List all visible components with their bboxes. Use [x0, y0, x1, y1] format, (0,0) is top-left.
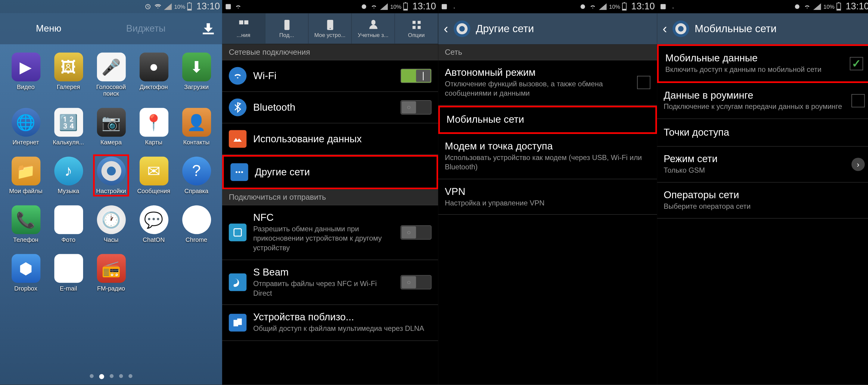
app-icon: 🔢	[54, 108, 83, 137]
app-icon: 🖼	[54, 53, 83, 81]
app-item-12[interactable]: Настройки	[90, 157, 132, 194]
app-item-19[interactable]: ◉Chrome	[175, 205, 218, 243]
svg-rect-0	[225, 4, 230, 9]
tab-more[interactable]: Опции	[395, 13, 438, 44]
section-network-connections: Сетевые подключения	[222, 44, 438, 60]
dot[interactable]	[90, 374, 94, 378]
app-item-10[interactable]: 📁Мои файлы	[4, 157, 47, 194]
back-button[interactable]: ‹	[663, 21, 667, 37]
sim-icon	[440, 3, 448, 10]
row-mobile-data[interactable]: Мобильные данныеВключить доступ к данным…	[657, 44, 868, 83]
app-item-15[interactable]: 📞Телефон	[4, 205, 47, 243]
status-time: 13:10	[846, 1, 868, 12]
row-tethering[interactable]: Модем и точка доступаИспользовать устрой…	[438, 134, 657, 179]
svg-point-13	[241, 171, 243, 173]
app-item-22[interactable]: 📻FM-радио	[90, 254, 132, 292]
svg-rect-3	[244, 21, 248, 24]
row-vpn[interactable]: VPNНастройка и управление VPN	[438, 179, 657, 215]
app-item-14[interactable]: ?Справка	[175, 157, 218, 194]
app-item-17[interactable]: 🕐Часы	[90, 205, 132, 243]
mobile-data-checkbox[interactable]	[850, 57, 863, 70]
app-item-4[interactable]: ⬇Загрузки	[175, 53, 218, 97]
svg-rect-19	[660, 4, 666, 9]
sbeam-toggle[interactable]	[400, 275, 431, 290]
roaming-checkbox[interactable]	[851, 94, 865, 107]
airplane-checkbox[interactable]	[637, 76, 650, 89]
app-label: Загрузки	[184, 83, 209, 90]
section-connect-share: Подключиться и отправить	[222, 189, 438, 205]
app-label: Контакты	[183, 139, 210, 146]
status-time: 13:10	[412, 1, 436, 12]
back-button[interactable]: ‹	[444, 21, 448, 37]
svg-point-20	[795, 4, 800, 9]
app-icon: ◆	[54, 205, 83, 234]
app-item-13[interactable]: ✉Сообщения	[132, 157, 175, 194]
svg-point-6	[330, 28, 330, 29]
row-sbeam[interactable]: S BeamОтправить файлы через NFC и Wi-Fi …	[222, 260, 438, 305]
tab-widgets[interactable]: Виджеты	[97, 13, 194, 44]
tab-mydevice[interactable]: Мое устро...	[309, 13, 352, 44]
app-item-7[interactable]: 📷Камера	[90, 108, 132, 146]
app-item-20[interactable]: ⬢Dropbox	[4, 254, 47, 292]
row-airplane-mode[interactable]: Автономный режимОтключение функций вызов…	[438, 61, 657, 106]
nfc-toggle[interactable]	[400, 225, 431, 240]
tab-download[interactable]	[194, 13, 222, 44]
app-item-9[interactable]: 👤Контакты	[175, 108, 218, 146]
row-mobile-networks[interactable]: Мобильные сети	[438, 106, 657, 134]
tab-device[interactable]: Под...	[265, 13, 309, 44]
bluetooth-toggle[interactable]	[400, 100, 431, 115]
app-item-8[interactable]: 📍Карты	[132, 108, 175, 146]
sbeam-icon	[229, 273, 247, 291]
svg-rect-17	[442, 4, 447, 9]
app-item-11[interactable]: ♪Музыка	[47, 157, 90, 194]
tab-menu[interactable]: Меню	[0, 13, 97, 44]
tab-connections[interactable]: ...ния	[222, 13, 266, 44]
app-label: Калькуля...	[53, 139, 84, 146]
dot-active[interactable]	[99, 374, 104, 379]
screen-app-drawer: 10% 13:10 Меню Виджеты ▶Видео🖼Галерея🎤Го…	[0, 0, 222, 385]
wifi-icon	[669, 3, 677, 10]
data-usage-icon	[229, 130, 247, 148]
row-wifi[interactable]: Wi-Fi	[222, 61, 438, 92]
app-item-5[interactable]: 🌐Интернет	[4, 108, 47, 146]
sim-icon	[659, 3, 667, 10]
app-label: Часы	[103, 236, 118, 243]
row-apn[interactable]: Точки доступа	[657, 119, 868, 146]
app-item-1[interactable]: 🖼Галерея	[47, 53, 90, 97]
row-nearby-devices[interactable]: Устройства поблизо...Общий доступ к файл…	[222, 305, 438, 341]
row-operators[interactable]: Операторы сетиВыберите оператора сети	[657, 183, 868, 218]
app-label: Телефон	[13, 236, 38, 243]
app-item-3[interactable]: ●Диктофон	[132, 53, 175, 97]
app-item-21[interactable]: ✉E-mail	[47, 254, 90, 292]
screen-settings-connections: 10% 13:10 ...ния Под... Мое устро... Уче…	[222, 0, 438, 385]
status-time: 13:10	[196, 1, 220, 12]
wifi-icon	[234, 3, 242, 10]
page-indicator	[0, 374, 222, 379]
app-grid: ▶Видео🖼Галерея🎤Голосовой поиск●Диктофон⬇…	[0, 44, 222, 300]
row-nfc[interactable]: NFCРазрешить обмен данными при прикоснов…	[222, 205, 438, 260]
app-icon: 🕐	[97, 205, 126, 234]
app-item-2[interactable]: 🎤Голосовой поиск	[90, 53, 132, 97]
row-more-networks[interactable]: Другие сети	[222, 155, 438, 189]
app-icon: ⬢	[11, 254, 40, 283]
row-data-roaming[interactable]: Данные в роумингеПодключение к услугам п…	[657, 83, 868, 119]
app-icon: 📞	[11, 205, 40, 234]
app-label: Галерея	[57, 83, 80, 90]
download-icon	[203, 23, 214, 34]
row-network-mode[interactable]: Режим сетиТолько GSM ›	[657, 146, 868, 182]
app-item-18[interactable]: 💬ChatON	[132, 205, 175, 243]
app-label: Музыка	[58, 188, 79, 194]
wifi-toggle[interactable]	[400, 69, 431, 83]
app-icon: ▶	[11, 53, 40, 81]
row-bluetooth[interactable]: Bluetooth	[222, 92, 438, 123]
signal-icon	[599, 3, 607, 10]
app-item-0[interactable]: ▶Видео	[4, 53, 47, 97]
row-data-usage[interactable]: Использование данных	[222, 123, 438, 155]
app-icon: ⬇	[182, 53, 211, 81]
dot[interactable]	[110, 374, 114, 378]
app-item-6[interactable]: 🔢Калькуля...	[47, 108, 90, 146]
app-item-16[interactable]: ◆Фото	[47, 205, 90, 243]
dot[interactable]	[129, 374, 132, 378]
tab-accounts[interactable]: Учетные з...	[352, 13, 395, 44]
dot[interactable]	[119, 374, 123, 378]
